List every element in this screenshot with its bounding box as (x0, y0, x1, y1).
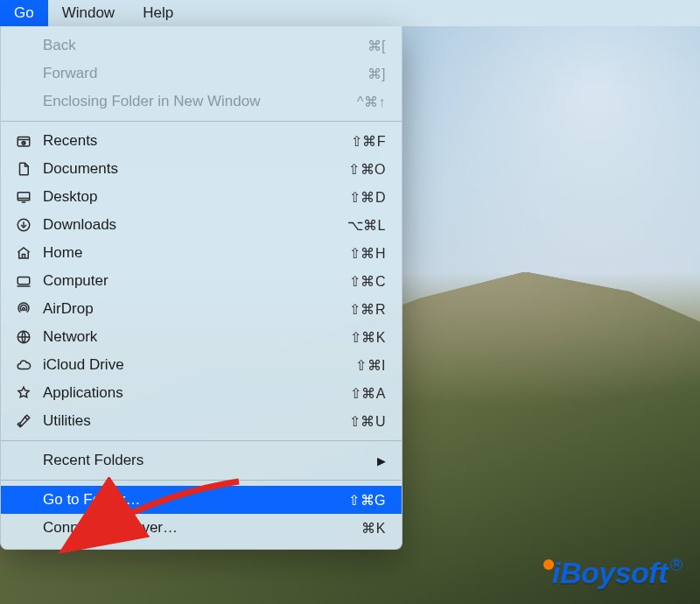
menubar: Go Window Help (0, 0, 700, 26)
downloads-icon (13, 217, 34, 233)
menu-item-airdrop[interactable]: AirDrop ⇧⌘R (1, 295, 402, 323)
airdrop-icon (13, 301, 34, 317)
menu-item-shortcut: ^⌘↑ (357, 94, 386, 110)
menu-item-recent-folders[interactable]: Recent Folders ▶ (1, 446, 402, 474)
menu-item-shortcut: ⌥⌘L (347, 217, 386, 234)
menu-item-shortcut: ⇧⌘K (350, 329, 386, 346)
menu-item-applications[interactable]: Applications ⇧⌘A (1, 379, 402, 407)
watermark-text: iBoysoft (552, 556, 668, 589)
go-menu-dropdown: Back ⌘[ Forward ⌘] Enclosing Folder in N… (0, 26, 402, 550)
utilities-icon (13, 413, 34, 429)
recents-icon (13, 133, 34, 149)
menu-item-shortcut: ⇧⌘A (350, 385, 386, 402)
menu-item-network[interactable]: Network ⇧⌘K (1, 323, 402, 351)
menubar-item-label: Go (14, 4, 34, 22)
menu-item-label: Enclosing Folder in New Window (43, 93, 357, 110)
menu-item-shortcut: ⇧⌘H (349, 245, 386, 262)
svg-rect-2 (18, 193, 30, 200)
menu-item-shortcut: ⇧⌘I (355, 357, 386, 374)
home-icon (13, 245, 34, 261)
menu-item-label: Forward (43, 65, 368, 82)
desktop-icon (13, 189, 34, 205)
menu-item-label: Back (43, 37, 368, 54)
menu-item-shortcut: ⇧⌘O (348, 161, 386, 178)
menu-item-label: Documents (43, 160, 348, 178)
icloud-icon (13, 357, 34, 373)
menu-item-enclosing-folder: Enclosing Folder in New Window ^⌘↑ (1, 88, 402, 116)
menu-item-connect-to-server[interactable]: Connect to Server… ⌘K (1, 514, 402, 542)
network-icon (13, 329, 34, 345)
menu-item-label: Home (43, 244, 349, 262)
menu-separator (1, 121, 402, 122)
menu-item-label: Desktop (43, 188, 349, 206)
menu-item-label: Computer (43, 272, 349, 290)
menu-item-home[interactable]: Home ⇧⌘H (1, 239, 402, 267)
menu-item-desktop[interactable]: Desktop ⇧⌘D (1, 183, 402, 211)
menu-item-label: Go to Folder… (43, 491, 348, 509)
menu-item-icloud-drive[interactable]: iCloud Drive ⇧⌘I (1, 351, 402, 379)
menu-item-shortcut: ⇧⌘G (348, 492, 386, 509)
menubar-item-label: Window (62, 4, 115, 22)
svg-rect-4 (18, 277, 30, 284)
menu-item-shortcut: ⇧⌘C (349, 273, 386, 290)
svg-point-5 (23, 308, 25, 311)
menu-item-recents[interactable]: Recents ⇧⌘F (1, 127, 402, 155)
menu-item-label: Utilities (43, 412, 349, 430)
menu-item-shortcut: ⇧⌘R (349, 301, 386, 318)
menu-item-label: Connect to Server… (43, 519, 361, 537)
menu-item-shortcut: ⇧⌘D (349, 189, 386, 206)
menu-item-shortcut: ⇧⌘U (349, 413, 386, 430)
menu-item-label: Recent Folders (43, 452, 370, 469)
menubar-item-window[interactable]: Window (48, 0, 129, 26)
menu-item-label: Network (43, 328, 350, 346)
menu-item-downloads[interactable]: Downloads ⌥⌘L (1, 211, 402, 239)
menubar-item-help[interactable]: Help (129, 0, 187, 26)
menu-item-label: Applications (43, 384, 350, 402)
menu-separator (1, 440, 402, 441)
submenu-arrow-icon: ▶ (377, 454, 386, 467)
menu-item-shortcut: ⌘[ (368, 38, 386, 54)
menu-item-go-to-folder[interactable]: Go to Folder… ⇧⌘G (1, 486, 402, 514)
menu-item-label: iCloud Drive (43, 356, 355, 374)
registered-icon: R (670, 558, 682, 571)
menu-item-shortcut: ⌘K (361, 520, 386, 537)
menu-item-shortcut: ⌘] (368, 66, 386, 82)
menu-item-shortcut: ⇧⌘F (351, 133, 386, 150)
menu-item-label: Downloads (43, 216, 347, 234)
documents-icon (13, 161, 34, 177)
menubar-item-label: Help (143, 4, 173, 22)
computer-icon (13, 273, 34, 289)
menu-item-documents[interactable]: Documents ⇧⌘O (1, 155, 402, 183)
menubar-item-go[interactable]: Go (0, 0, 48, 26)
menu-item-utilities[interactable]: Utilities ⇧⌘U (1, 407, 402, 435)
menu-item-back: Back ⌘[ (1, 32, 402, 60)
menu-item-label: Recents (43, 132, 351, 150)
watermark-logo: iBoysoftR (543, 556, 682, 590)
menu-item-forward: Forward ⌘] (1, 60, 402, 88)
menu-item-computer[interactable]: Computer ⇧⌘C (1, 267, 402, 295)
menu-separator (1, 480, 402, 481)
applications-icon (13, 385, 34, 401)
menu-item-label: AirDrop (43, 300, 349, 318)
